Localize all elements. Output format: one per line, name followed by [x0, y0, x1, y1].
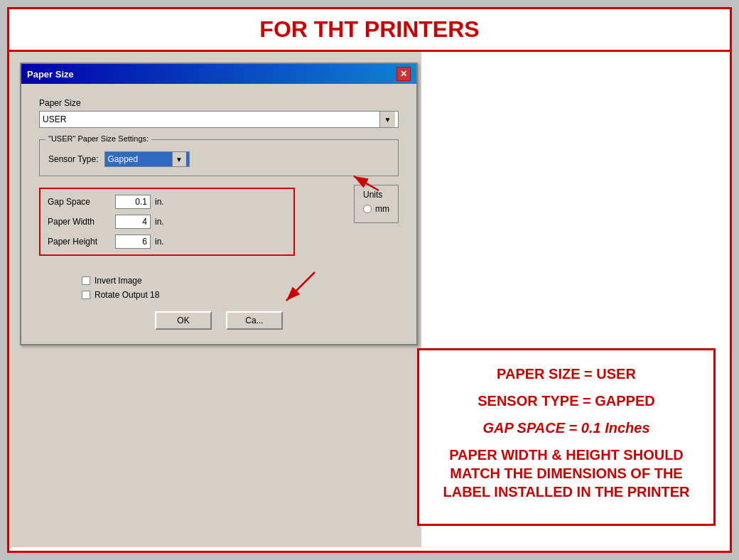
- rotate-output-label: Rotate Output 18: [95, 290, 159, 300]
- invert-image-row: Invert Image: [82, 276, 399, 286]
- close-button[interactable]: ✕: [397, 67, 411, 81]
- sensor-type-dropdown[interactable]: Gapped ▼: [104, 151, 190, 167]
- paper-height-unit: in.: [155, 237, 164, 247]
- group-box-title: "USER" Paper Size Settings:: [45, 134, 151, 143]
- units-label: Units: [363, 190, 389, 200]
- paper-height-row: Paper Height 6 in.: [48, 235, 286, 249]
- paper-width-input[interactable]: 4: [115, 215, 151, 229]
- annotation-line-2: SENSOR TYPE = GAPPED: [437, 392, 696, 410]
- paper-size-dropdown-row: USER ▼: [39, 111, 399, 128]
- header-bar: FOR THT PRINTERS: [9, 9, 730, 52]
- dialog-titlebar: Paper Size ✕: [21, 64, 416, 84]
- ok-button[interactable]: OK: [155, 311, 212, 330]
- paper-size-value: USER: [43, 114, 66, 124]
- paper-width-row: Paper Width 4 in.: [48, 215, 286, 229]
- invert-image-checkbox[interactable]: [82, 276, 90, 285]
- rotate-output-row: Rotate Output 18: [82, 290, 399, 300]
- paper-width-unit: in.: [155, 217, 164, 227]
- paper-size-dropdown[interactable]: USER ▼: [39, 111, 399, 128]
- paper-size-field-label: Paper Size: [39, 98, 399, 108]
- sensor-type-label: Sensor Type:: [48, 154, 99, 164]
- invert-image-label: Invert Image: [95, 276, 142, 286]
- cancel-button[interactable]: Ca...: [226, 311, 283, 330]
- paper-height-input[interactable]: 6: [115, 235, 151, 249]
- left-area: Paper Size ✕ Paper Size USER ▼: [9, 52, 421, 547]
- paper-size-dropdown-arrow[interactable]: ▼: [379, 112, 395, 127]
- sensor-type-dropdown-arrow[interactable]: ▼: [172, 152, 186, 166]
- paper-height-label: Paper Height: [48, 237, 115, 247]
- unit-mm-label: mm: [375, 204, 389, 214]
- annotation-line-4: PAPER WIDTH & HEIGHT SHOULD MATCH THE DI…: [437, 446, 696, 501]
- paper-width-label: Paper Width: [48, 217, 115, 227]
- button-row: OK Ca...: [39, 311, 399, 330]
- gap-space-label: Gap Space: [48, 197, 115, 207]
- content-area: Paper Size ✕ Paper Size USER ▼: [9, 52, 730, 547]
- user-settings-group: "USER" Paper Size Settings: Sensor Type:…: [39, 139, 399, 176]
- header-title: FOR THT PRINTERS: [259, 16, 479, 42]
- measurements-box: Gap Space 0.1 in. Paper Width 4: [39, 188, 295, 256]
- unit-mm-radio[interactable]: [363, 205, 372, 213]
- paper-size-dialog: Paper Size ✕ Paper Size USER ▼: [20, 63, 418, 345]
- units-box: Units mm in: [354, 185, 399, 223]
- sensor-type-row: Sensor Type: Gapped ▼: [48, 151, 389, 167]
- checkbox-area: Invert Image Rotate Output 18: [82, 276, 399, 300]
- annotation-line-3: GAP SPACE = 0.1 Inches: [437, 419, 696, 437]
- annotation-line-1: PAPER SIZE = USER: [437, 365, 696, 383]
- dialog-title: Paper Size: [27, 69, 74, 80]
- rotate-output-checkbox[interactable]: [82, 291, 90, 299]
- gap-space-row: Gap Space 0.1 in.: [48, 195, 286, 209]
- dialog-body: Paper Size USER ▼ "USER" Paper Size Sett…: [21, 84, 416, 344]
- right-area: PAPER SIZE = USER SENSOR TYPE = GAPPED G…: [421, 52, 730, 547]
- outer-container: FOR THT PRINTERS Paper Size ✕ Paper Size: [7, 7, 732, 553]
- unit-mm-row[interactable]: mm: [363, 204, 389, 214]
- gap-space-input[interactable]: 0.1: [115, 195, 151, 209]
- sensor-type-value: Gapped: [108, 154, 139, 164]
- gap-space-unit: in.: [155, 197, 164, 207]
- annotation-box: PAPER SIZE = USER SENSOR TYPE = GAPPED G…: [417, 348, 716, 526]
